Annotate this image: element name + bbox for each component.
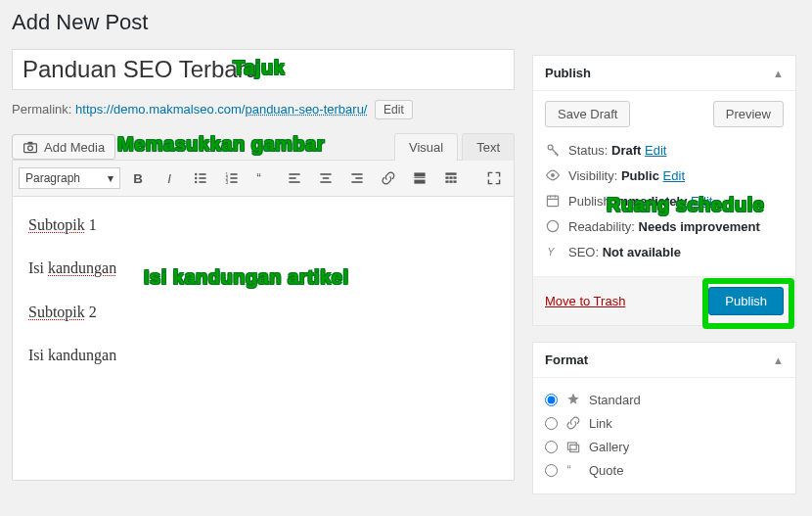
format-radio-link[interactable] (545, 417, 558, 430)
svg-text:3: 3 (226, 180, 229, 185)
readmore-icon (412, 169, 428, 187)
page-title: Add New Post (12, 10, 515, 35)
format-select-label: Paragraph (25, 171, 80, 185)
eye-icon (545, 167, 561, 183)
editor-line-1b: 1 (85, 216, 97, 233)
bullet-list-icon (193, 169, 208, 187)
svg-text:“: “ (257, 170, 261, 185)
visibility-value: Public (621, 168, 659, 183)
toolbar-toggle-button[interactable] (437, 164, 465, 192)
format-metabox: Format ▲ Standard Link Gallery (532, 342, 796, 494)
svg-point-36 (551, 173, 555, 177)
editor-body[interactable]: Subtopik 1 Isi kandungan Subtopik 2 Isi … (12, 197, 515, 481)
publish-heading: Publish (545, 66, 591, 80)
format-radio-standard[interactable] (545, 394, 558, 406)
svg-point-5 (195, 177, 197, 179)
preview-button[interactable]: Preview (713, 101, 784, 127)
publish-metabox: Publish ▲ Save Draft Preview Status: Dra… (532, 55, 796, 326)
svg-point-7 (195, 181, 197, 183)
schedule-value: immediately (613, 194, 687, 209)
editor-line-2b: kandungan (48, 259, 116, 276)
svg-rect-24 (351, 181, 362, 183)
svg-rect-23 (355, 177, 362, 179)
format-option-gallery[interactable]: Gallery (545, 435, 784, 458)
svg-rect-2 (28, 142, 33, 144)
editor-line-2a: Isi (28, 259, 48, 276)
status-label: Status: (568, 143, 611, 158)
align-center-button[interactable] (312, 164, 339, 192)
calendar-icon (545, 193, 561, 209)
svg-rect-19 (320, 173, 331, 175)
align-center-icon (318, 169, 334, 187)
visibility-edit-link[interactable]: Edit (663, 168, 685, 183)
visibility-label: Visibility: (568, 168, 621, 183)
svg-rect-4 (199, 173, 205, 175)
svg-rect-40 (567, 443, 576, 449)
tab-text[interactable]: Text (462, 133, 515, 161)
seo-label: SEO: (568, 245, 603, 259)
readmore-button[interactable] (406, 164, 433, 192)
align-left-icon (287, 169, 302, 187)
schedule-edit-link[interactable]: Edit (691, 194, 712, 209)
editor-toolbar: Paragraph ▾ B I 123 “ (12, 160, 515, 197)
svg-rect-12 (230, 177, 237, 179)
pin-icon (565, 392, 581, 407)
svg-point-38 (547, 220, 558, 231)
post-title-input[interactable] (12, 49, 515, 90)
save-draft-button[interactable]: Save Draft (545, 101, 630, 127)
format-option-quote[interactable]: “ Quote (545, 458, 784, 482)
svg-rect-37 (547, 196, 558, 206)
quote-icon: “ (255, 169, 271, 187)
add-media-label: Add Media (44, 140, 105, 155)
fullscreen-button[interactable] (480, 164, 508, 192)
schedule-label: Publish (568, 194, 613, 209)
permalink-slug: panduan-seo-terbaru/ (245, 102, 367, 117)
blockquote-button[interactable]: “ (249, 164, 277, 192)
collapse-icon[interactable]: ▲ (773, 68, 784, 79)
align-left-button[interactable] (281, 164, 308, 192)
status-edit-link[interactable]: Edit (645, 143, 666, 158)
svg-rect-14 (230, 181, 237, 183)
format-select[interactable]: Paragraph ▾ (19, 167, 120, 189)
format-heading: Format (545, 352, 588, 367)
editor-line-1a: Subtopik (28, 216, 85, 233)
permalink-link[interactable]: https://demo.makmalseo.com/panduan-seo-t… (75, 102, 367, 117)
italic-button[interactable]: I (156, 164, 183, 192)
svg-rect-33 (449, 180, 452, 182)
format-radio-gallery[interactable] (545, 441, 558, 453)
format-label: Quote (589, 463, 623, 478)
camera-icon (23, 139, 38, 155)
gallery-icon (565, 439, 581, 454)
number-list-button[interactable]: 123 (218, 164, 246, 192)
readability-value: Needs improvement (639, 219, 760, 234)
readability-label: Readability: (568, 219, 639, 234)
align-right-button[interactable] (343, 164, 371, 192)
quote-icon: “ (565, 462, 581, 478)
format-radio-quote[interactable] (545, 464, 558, 477)
svg-text:Y: Y (547, 247, 555, 258)
svg-rect-20 (323, 177, 329, 179)
link-icon (381, 169, 396, 187)
svg-rect-8 (199, 181, 205, 183)
add-media-button[interactable]: Add Media (12, 134, 115, 160)
toolbar-toggle-icon (443, 169, 459, 187)
svg-rect-25 (414, 172, 425, 176)
svg-rect-10 (230, 173, 237, 175)
move-to-trash-link[interactable]: Move to Trash (545, 294, 625, 308)
publish-button[interactable]: Publish (708, 287, 784, 315)
link-button[interactable] (375, 164, 402, 192)
bold-button[interactable]: B (124, 164, 152, 192)
format-option-standard[interactable]: Standard (545, 388, 784, 411)
svg-rect-27 (414, 180, 425, 184)
bullet-list-button[interactable] (187, 164, 214, 192)
svg-rect-29 (445, 176, 448, 178)
format-option-link[interactable]: Link (545, 411, 784, 435)
tab-visual[interactable]: Visual (394, 133, 458, 161)
number-list-icon: 123 (224, 169, 240, 187)
permalink-edit-button[interactable]: Edit (375, 100, 413, 119)
svg-rect-31 (453, 176, 456, 178)
permalink-row: Permalink: https://demo.makmalseo.com/pa… (12, 100, 515, 119)
format-label: Gallery (589, 440, 629, 454)
collapse-icon[interactable]: ▲ (773, 354, 784, 366)
svg-rect-30 (449, 176, 452, 178)
